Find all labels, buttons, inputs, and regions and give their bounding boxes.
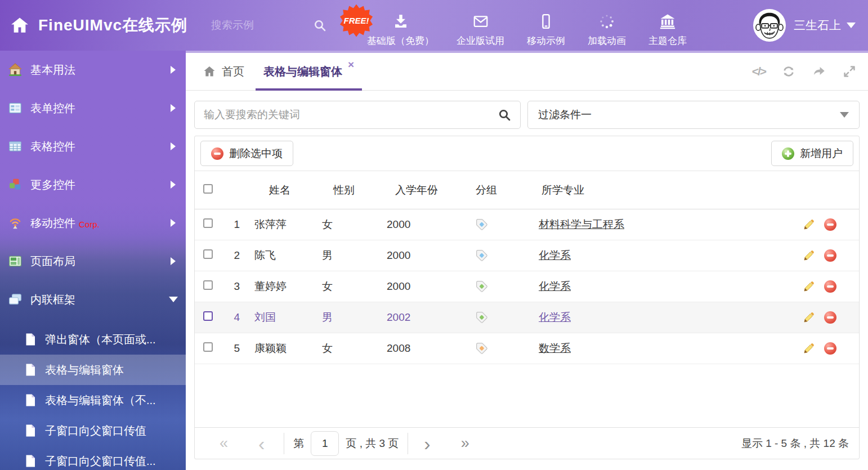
sidebar-item[interactable]: 内联框架 xyxy=(0,280,186,319)
cell-name: 康颖颖 xyxy=(254,341,322,356)
sidebar-item[interactable]: 更多控件 xyxy=(0,165,186,204)
sidebar-item[interactable]: 移动控件 Corp. xyxy=(0,204,186,242)
header-nav-item[interactable]: FREE! 基础版（免费） xyxy=(356,4,445,47)
cell-year: 2000 xyxy=(387,249,474,262)
page-label-prefix: 第 xyxy=(293,436,304,451)
file-icon xyxy=(24,333,37,346)
sidebar-item-label: 基本用法 xyxy=(30,62,75,78)
sidebar-item-label: 页面布局 xyxy=(30,254,75,269)
add-user-button[interactable]: 新增用户 xyxy=(771,141,853,166)
avatar[interactable] xyxy=(753,9,786,42)
code-icon[interactable]: </> xyxy=(752,65,766,78)
search-input-box[interactable] xyxy=(194,101,521,129)
sidebar-subitem[interactable]: 表格与编辑窗体 xyxy=(0,355,186,385)
prev-page-button[interactable]: ‹ xyxy=(258,434,265,453)
row-checkbox[interactable] xyxy=(203,311,213,321)
cell-year: 2000 xyxy=(387,280,474,293)
nav-label: 基础版（免费） xyxy=(367,34,434,47)
major-link[interactable]: 化学系 xyxy=(539,280,571,292)
tag-icon[interactable] xyxy=(476,342,539,355)
file-icon xyxy=(24,363,37,377)
nav-label: 企业版试用 xyxy=(457,34,504,47)
header-nav-item[interactable]: 移动示例 xyxy=(516,4,576,47)
last-page-button[interactable]: » xyxy=(461,436,469,451)
sidebar-item-label: 移动控件 xyxy=(30,216,75,231)
select-all-checkbox[interactable] xyxy=(203,184,213,194)
page-input[interactable] xyxy=(311,431,339,456)
chevron-down-icon xyxy=(847,23,856,28)
delete-icon[interactable] xyxy=(824,342,836,355)
row-number: 3 xyxy=(222,280,254,293)
sidebar-subitem-label: 子窗口向父窗口传值 xyxy=(45,423,146,438)
next-page-button[interactable]: › xyxy=(424,434,430,453)
row-checkbox[interactable] xyxy=(203,342,213,352)
major-link[interactable]: 材料科学与工程系 xyxy=(539,218,624,230)
first-page-button[interactable]: « xyxy=(220,436,228,451)
search-icon[interactable] xyxy=(313,19,326,32)
row-checkbox[interactable] xyxy=(203,218,213,228)
header-nav-item[interactable]: 加载动画 xyxy=(576,4,637,47)
delete-icon[interactable] xyxy=(824,280,836,293)
table-row[interactable]: 5 康颖颖 女 2008 数学系 xyxy=(195,333,859,364)
refresh-icon[interactable] xyxy=(781,64,796,79)
home-icon[interactable] xyxy=(10,16,29,35)
cell-gender: 女 xyxy=(322,217,387,232)
chevron-right-icon xyxy=(171,66,176,74)
sidebar-subitem[interactable]: 弹出窗体（本页面或... xyxy=(0,324,186,355)
app-title: FineUIMvc在线示例 xyxy=(38,15,187,36)
header-nav-item[interactable]: 主题仓库 xyxy=(637,4,698,47)
phone-icon xyxy=(538,13,554,30)
tag-icon[interactable] xyxy=(476,249,539,262)
delete-icon[interactable] xyxy=(824,311,836,324)
tag-icon[interactable] xyxy=(476,311,539,324)
major-link[interactable]: 化学系 xyxy=(539,249,571,261)
search-icon[interactable] xyxy=(498,108,511,122)
table-row[interactable]: 3 董婷婷 女 2000 化学系 xyxy=(195,271,859,302)
major-link[interactable]: 数学系 xyxy=(539,342,571,354)
sidebar-item[interactable]: 表单控件 xyxy=(0,89,186,127)
cell-gender: 女 xyxy=(322,341,387,356)
major-link[interactable]: 化学系 xyxy=(539,311,571,323)
row-checkbox[interactable] xyxy=(203,280,213,290)
sidebar-item[interactable]: 基本用法 xyxy=(0,51,186,89)
tab-underline xyxy=(256,88,362,91)
row-checkbox[interactable] xyxy=(203,249,213,259)
expand-icon[interactable] xyxy=(842,64,857,79)
sidebar-item[interactable]: 页面布局 xyxy=(0,242,186,280)
user-menu[interactable]: 三生石上 xyxy=(753,9,856,42)
tag-icon[interactable] xyxy=(476,218,539,231)
table-body: 1 张萍萍 女 2000 材料科学与工程系 xyxy=(195,209,859,364)
edit-icon[interactable] xyxy=(802,280,815,293)
row-number: 5 xyxy=(222,342,254,355)
download-icon xyxy=(392,13,409,30)
edit-icon[interactable] xyxy=(802,311,815,324)
nav-label: 移动示例 xyxy=(527,34,565,47)
delete-icon[interactable] xyxy=(824,249,836,262)
search-input[interactable] xyxy=(204,109,498,121)
table-row[interactable]: 2 陈飞 男 2000 化学系 xyxy=(195,240,859,271)
tab-active[interactable]: 表格与编辑窗体 × xyxy=(262,53,354,90)
home-icon xyxy=(203,65,216,78)
sidebar-item[interactable]: 表格控件 xyxy=(0,127,186,165)
chevron-down-icon xyxy=(840,112,849,118)
sidebar-subitem[interactable]: 子窗口向父窗口传值... xyxy=(0,446,186,470)
table-row[interactable]: 1 张萍萍 女 2000 材料科学与工程系 xyxy=(195,209,859,240)
edit-icon[interactable] xyxy=(802,218,815,231)
delete-icon[interactable] xyxy=(824,218,836,231)
delete-selected-button[interactable]: 删除选中项 xyxy=(200,141,293,166)
user-name: 三生石上 xyxy=(794,17,841,33)
home-icon xyxy=(8,62,23,77)
sidebar-subitem[interactable]: 表格与编辑窗体（不... xyxy=(0,385,186,415)
close-icon[interactable]: × xyxy=(348,59,354,71)
edit-icon[interactable] xyxy=(802,249,815,262)
sidebar-subitem[interactable]: 子窗口向父窗口传值 xyxy=(0,415,186,446)
forward-icon[interactable] xyxy=(812,64,826,79)
header-search[interactable]: 搜索示例 xyxy=(211,18,326,33)
tag-icon[interactable] xyxy=(476,280,539,293)
tab-home[interactable]: 首页 xyxy=(203,64,244,79)
filter-select[interactable]: 过滤条件一 xyxy=(527,101,860,129)
header-nav-item[interactable]: 企业版试用 xyxy=(445,4,516,47)
table-row[interactable]: 4 刘国 男 2002 化学系 xyxy=(195,302,859,333)
divider xyxy=(284,433,284,454)
edit-icon[interactable] xyxy=(802,342,815,355)
